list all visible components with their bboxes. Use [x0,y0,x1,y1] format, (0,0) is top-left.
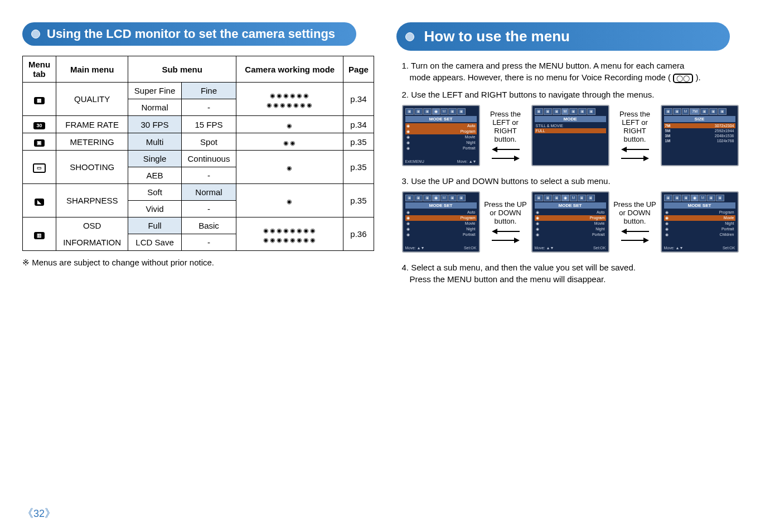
th-page: Page [343,56,374,83]
svg-marker-3 [621,156,649,161]
shooting-main: SHOOTING [56,151,128,184]
quality-sub-dash: - [181,99,236,116]
svg-marker-1 [492,156,520,161]
svg-marker-5 [492,238,520,243]
screenA-banner: MODE SET [405,116,477,122]
sharpness-normal: Normal [181,184,236,201]
inter-text-4: Press the UP or DOWN button. [613,200,657,243]
step-1: 1. Turn on the camera and press the MENU… [402,61,748,83]
footnote-symbol: ※ [22,258,30,267]
shooting-aeb: AEB [128,167,182,184]
osd-lcdsave: LCD Save [128,234,182,251]
sharpness-page: p.35 [343,184,374,217]
metering-icon: ▣ [23,133,56,151]
osd-main2: INFORMATION [56,234,128,251]
quality-sub-superfine: Super Fine [128,83,182,99]
screen-modeset-1: ▣▣▣◉M▣▣ MODE SET ◉Auto ◉Program ◉Movie ◉… [402,105,480,166]
metering-spot: Spot [181,133,236,151]
svg-marker-0 [492,147,520,152]
th-workingmode: Camera working mode [236,56,343,83]
osd-icon: ▥ [23,217,56,251]
step1-line2: mode appears. However, there is no menu … [410,72,671,82]
framerate-page: p.34 [343,116,374,133]
step-2: 2. Use the LEFT and RIGHT buttons to nav… [402,90,748,99]
inter-text-2: Press the LEFT or RIGHT button. [613,110,657,161]
step1-line3: ). [695,72,700,82]
footnote: ※ Menus are subject to change without pr… [22,258,374,268]
shooting-icon: ▭ [23,151,56,184]
th-menutab: Menu tab [23,56,56,83]
sharpness-modes: ◉ [236,184,343,217]
quality-sub-normal: Normal [128,99,182,116]
step4-line2: Press the MENU button and the menu will … [402,274,748,284]
voice-recording-icon: ◯◯ [673,74,693,83]
metering-modes: ◉◉ [236,133,343,151]
metering-multi: Multi [128,133,182,151]
step-3: 3. Use the UP and DOWN buttons to select… [402,176,748,186]
osd-dash: - [181,234,236,251]
svg-marker-2 [621,147,649,152]
quality-sub-fine: Fine [181,83,236,99]
shooting-dash: - [181,167,236,184]
metering-main: METERING [56,133,128,151]
screens-row-1: ▣▣▣◉M▣▣ MODE SET ◉Auto ◉Program ◉Movie ◉… [402,105,748,166]
left-title: Using the LCD monitor to set the camera … [22,22,356,46]
shooting-modes: ◉ [236,151,343,184]
framerate-15: 15 FPS [181,116,236,133]
th-mainmenu: Main menu [56,56,128,83]
quality-page: p.34 [343,83,374,116]
arrow-left-right-3 [483,229,528,243]
screenC-banner: SIZE [664,116,735,122]
sharpness-icon: ◣ [23,184,56,217]
quality-main: QUALITY [56,83,128,116]
quality-modes: ◉◉◉◉◉◉◉◉◉◉◉◉◉ [236,83,343,116]
frame-rate-icon: 30 [23,116,56,133]
screen-modeset-3: ▣▣▣◉M▣▣ MODE SET ◉Auto ◉Program ◉Movie ◉… [531,191,609,253]
svg-marker-6 [621,229,649,234]
metering-page: p.35 [343,133,374,151]
shooting-single: Single [128,151,182,167]
screens-row-2: ▣▣▣◉M▣▣ MODE SET ◉Auto ◉Program ◉Movie ◉… [402,191,748,253]
svg-marker-7 [621,238,649,243]
step4-line1: 4. Select a sub menu, and then the value… [402,263,748,272]
screen-modeset-2: ▣▣▣◉M▣▣ MODE SET ◉Auto ◉Program ◉Movie ◉… [402,191,480,253]
screen-modeset-4: ▣▣▣◉M▣▣ MODE SET ◉Program ◉Movie ◉Night … [661,191,739,253]
screen-size: ▣▣M7M▣▣▣ SIZE 7M3072x2304 5M2592x1944 3M… [661,105,739,166]
inter-text-1: Press the LEFT or RIGHT button. [483,110,528,161]
shooting-page: p.35 [343,151,374,184]
shooting-continuous: Continuous [181,151,236,167]
framerate-main: FRAME RATE [56,116,128,133]
sharpness-dash: - [181,201,236,217]
quality-icon: ▦ [23,83,56,116]
arrow-left-right-2 [613,147,657,161]
page-number: 《32》 [22,506,56,521]
framerate-30: 30 FPS [128,116,182,133]
osd-main1: OSD [56,217,128,234]
osd-page: p.36 [343,217,374,251]
arrow-left-right-1 [483,147,528,161]
osd-basic: Basic [181,217,236,234]
svg-marker-4 [492,229,520,234]
inter-text-3: Press the UP or DOWN button. [483,200,528,243]
sharpness-main: SHARPNESS [56,184,128,217]
osd-modes: ◉◉◉◉◉◉◉◉◉◉◉◉◉◉◉◉ [236,217,343,251]
framerate-modes: ◉ [236,116,343,133]
th-submenu: Sub menu [128,56,236,83]
screenB-banner: MODE [535,116,606,122]
step1-line1: 1. Turn on the camera and press the MENU… [402,61,748,70]
footnote-text: Menus are subject to change without prio… [32,258,214,267]
settings-table: Menu tab Main menu Sub menu Camera worki… [22,56,374,251]
screen-mode: ▣▣▣M▣▣▣ MODE STILL & MOVIE FULL [531,105,609,166]
osd-full: Full [128,217,182,234]
sharpness-vivid: Vivid [128,201,182,217]
right-title: How to use the menu [396,22,730,51]
sharpness-soft: Soft [128,184,182,201]
arrow-left-right-4 [613,229,657,243]
